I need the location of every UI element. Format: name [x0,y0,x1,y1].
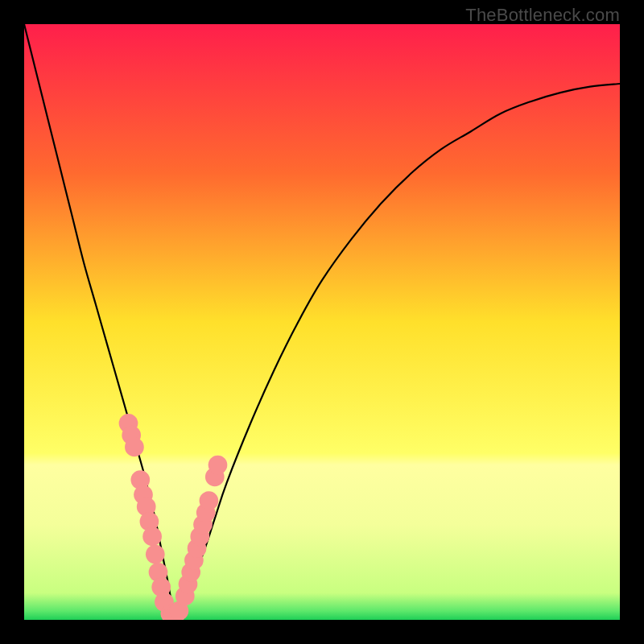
chart-frame: TheBottleneck.com [0,0,644,644]
curve-layer [24,24,620,620]
bottleneck-curve [24,24,620,614]
plot-area [24,24,620,620]
data-marker [125,438,144,457]
watermark-text: TheBottleneck.com [465,5,620,26]
data-marker [200,491,219,510]
data-marker [208,456,228,475]
data-marker [142,527,162,547]
data-markers [119,414,228,620]
data-marker [146,545,165,564]
